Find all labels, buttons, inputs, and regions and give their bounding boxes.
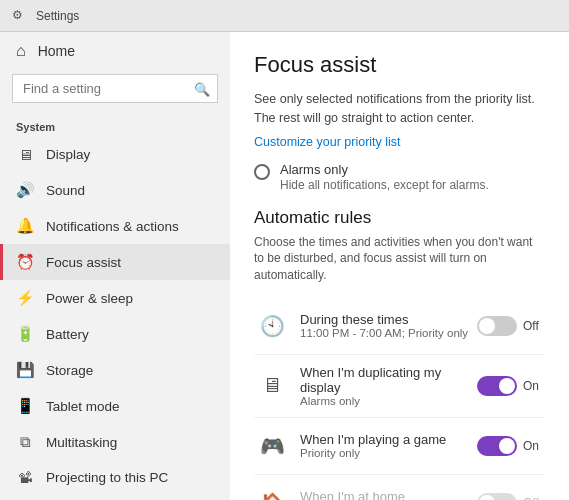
priority-list-link[interactable]: Customize your priority list [254, 135, 401, 149]
storage-icon: 💾 [16, 361, 34, 379]
settings-icon: ⚙ [12, 8, 28, 24]
toggle-knob [479, 495, 495, 500]
home-toggle-label: Off [523, 496, 545, 500]
titlebar: ⚙ Settings [0, 0, 569, 32]
clock-icon: 🕙 [254, 308, 290, 344]
sidebar-item-label: Sound [46, 183, 85, 198]
game-toggle[interactable] [477, 436, 517, 456]
sidebar-item-storage[interactable]: 💾 Storage [0, 352, 230, 388]
power-icon: ⚡ [16, 289, 34, 307]
home-toggle-wrap: Off [477, 493, 545, 500]
auto-rules-title: Automatic rules [254, 208, 545, 228]
rule-duplicating-display: 🖥 When I'm duplicating my display Alarms… [254, 355, 545, 418]
rule-during-times: 🕙 During these times 11:00 PM - 7:00 AM;… [254, 298, 545, 355]
alarms-only-text: Alarms only Hide all notifications, exce… [280, 162, 489, 192]
duplicating-toggle[interactable] [477, 376, 517, 396]
during-times-toggle-label: Off [523, 319, 545, 333]
sidebar-item-shared[interactable]: 🔗 Shared experiences [0, 495, 230, 500]
rule-game-label: When I'm playing a game [300, 432, 477, 447]
search-box: 🔍 [12, 74, 218, 103]
sidebar-item-label: Storage [46, 363, 93, 378]
toggle-knob [499, 378, 515, 394]
rule-during-times-label: During these times [300, 312, 477, 327]
auto-rules-desc: Choose the times and activities when you… [254, 234, 545, 284]
sidebar-item-battery[interactable]: 🔋 Battery [0, 316, 230, 352]
toggle-knob [479, 318, 495, 334]
page-title: Focus assist [254, 52, 545, 78]
rule-duplicating-sub: Alarms only [300, 395, 477, 407]
home-rule-icon: 🏠 [254, 485, 290, 500]
notifications-icon: 🔔 [16, 217, 34, 235]
projecting-icon: 📽 [16, 469, 34, 486]
sidebar-item-label: Focus assist [46, 255, 121, 270]
sidebar-item-label: Display [46, 147, 90, 162]
system-section-label: System [0, 113, 230, 137]
rule-home-text: When I'm at home Priority only [300, 489, 477, 500]
titlebar-title: Settings [36, 9, 79, 23]
sidebar-item-label: Multitasking [46, 435, 117, 450]
monitor-icon: 🖥 [254, 368, 290, 404]
sound-icon: 🔊 [16, 181, 34, 199]
rule-duplicating-label: When I'm duplicating my display [300, 365, 477, 395]
sidebar-item-notifications[interactable]: 🔔 Notifications & actions [0, 208, 230, 244]
rule-playing-game: 🎮 When I'm playing a game Priority only … [254, 418, 545, 475]
sidebar-item-label: Notifications & actions [46, 219, 179, 234]
search-input[interactable] [12, 74, 218, 103]
sidebar: ⌂ Home 🔍 System 🖥 Display 🔊 Sound 🔔 Noti… [0, 32, 230, 500]
during-times-toggle[interactable] [477, 316, 517, 336]
game-toggle-wrap: On [477, 436, 545, 456]
battery-icon: 🔋 [16, 325, 34, 343]
alarms-only-radio[interactable] [254, 164, 270, 180]
rule-during-times-text: During these times 11:00 PM - 7:00 AM; P… [300, 312, 477, 339]
alarms-only-option[interactable]: Alarms only Hide all notifications, exce… [254, 162, 545, 192]
duplicating-toggle-label: On [523, 379, 545, 393]
rule-during-times-sub: 11:00 PM - 7:00 AM; Priority only [300, 327, 477, 339]
sidebar-item-sound[interactable]: 🔊 Sound [0, 172, 230, 208]
sidebar-item-label: Battery [46, 327, 89, 342]
tablet-icon: 📱 [16, 397, 34, 415]
sidebar-item-label: Projecting to this PC [46, 470, 168, 485]
rule-game-text: When I'm playing a game Priority only [300, 432, 477, 459]
sidebar-item-focus-assist[interactable]: ⏰ Focus assist [0, 244, 230, 280]
gamepad-icon: 🎮 [254, 428, 290, 464]
sidebar-item-power-sleep[interactable]: ⚡ Power & sleep [0, 280, 230, 316]
main-container: ⌂ Home 🔍 System 🖥 Display 🔊 Sound 🔔 Noti… [0, 32, 569, 500]
rule-duplicating-text: When I'm duplicating my display Alarms o… [300, 365, 477, 407]
sidebar-item-tablet-mode[interactable]: 📱 Tablet mode [0, 388, 230, 424]
multitasking-icon: ⧉ [16, 433, 34, 451]
focus-assist-icon: ⏰ [16, 253, 34, 271]
sidebar-item-projecting[interactable]: 📽 Projecting to this PC [0, 460, 230, 495]
game-toggle-label: On [523, 439, 545, 453]
search-icon: 🔍 [194, 81, 210, 96]
toggle-knob [499, 438, 515, 454]
sidebar-item-label: Tablet mode [46, 399, 120, 414]
sidebar-item-home[interactable]: ⌂ Home [0, 32, 230, 70]
rule-game-sub: Priority only [300, 447, 477, 459]
duplicating-toggle-wrap: On [477, 376, 545, 396]
sidebar-item-display[interactable]: 🖥 Display [0, 137, 230, 172]
display-icon: 🖥 [16, 146, 34, 163]
rule-at-home: 🏠 When I'm at home Priority only Off [254, 475, 545, 500]
content-description: See only selected notifications from the… [254, 90, 545, 128]
home-icon: ⌂ [16, 42, 26, 60]
sidebar-item-multitasking[interactable]: ⧉ Multitasking [0, 424, 230, 460]
alarms-only-sub: Hide all notifications, except for alarm… [280, 178, 489, 192]
during-times-toggle-wrap: Off [477, 316, 545, 336]
home-toggle[interactable] [477, 493, 517, 500]
content-panel: Focus assist See only selected notificat… [230, 32, 569, 500]
sidebar-item-label: Power & sleep [46, 291, 133, 306]
home-label: Home [38, 43, 75, 59]
alarms-only-label: Alarms only [280, 162, 489, 177]
rule-home-label: When I'm at home [300, 489, 477, 500]
